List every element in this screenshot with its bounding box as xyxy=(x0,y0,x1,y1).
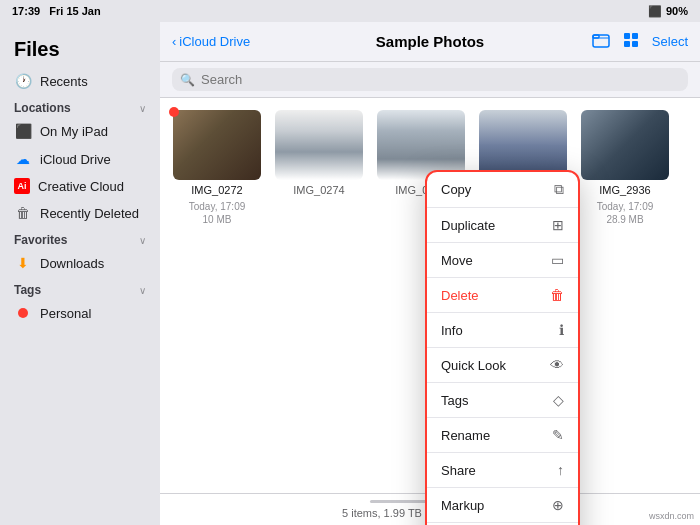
red-dot-272 xyxy=(169,107,179,117)
svg-rect-5 xyxy=(632,41,638,47)
tags-icon: ◇ xyxy=(544,392,564,408)
duplicate-icon: ⊞ xyxy=(544,217,564,233)
back-button[interactable]: ‹ iCloud Drive xyxy=(172,34,250,49)
recents-icon: 🕐 xyxy=(14,72,32,90)
thumbnail-272 xyxy=(173,110,261,180)
menu-item-markup[interactable]: Markup ⊕ xyxy=(427,488,578,523)
svg-rect-0 xyxy=(593,35,609,47)
toolbar-right: Select xyxy=(592,31,688,52)
filename-274: IMG_0274 xyxy=(293,184,344,196)
menu-item-tags[interactable]: Tags ◇ xyxy=(427,383,578,418)
watermark: wsxdn.com xyxy=(649,511,694,521)
svg-rect-1 xyxy=(593,35,599,38)
locations-section-header[interactable]: Locations ∨ xyxy=(0,95,160,117)
svg-rect-2 xyxy=(624,33,630,39)
file-item-2936[interactable]: IMG_2936 Today, 17:0928.9 MB xyxy=(580,110,670,226)
tags-label: Tags xyxy=(14,283,41,297)
new-folder-button[interactable] xyxy=(592,31,610,52)
info-icon: ℹ xyxy=(544,322,564,338)
context-menu: Copy ⧉ Duplicate ⊞ Move ▭ Delete 🗑 Info xyxy=(425,170,580,525)
cc-icon: Ai xyxy=(14,178,30,194)
file-grid: IMG_0272 Today, 17:0910 MB IMG_0274 IMG_… xyxy=(160,98,700,493)
delete-icon: 🗑 xyxy=(544,287,564,303)
sidebar-item-ipad[interactable]: ⬛ On My iPad xyxy=(0,117,160,145)
quicklook-icon: 👁 xyxy=(544,357,564,373)
date-display: Fri 15 Jan xyxy=(49,5,100,17)
delete-label: Delete xyxy=(441,288,544,303)
svg-rect-3 xyxy=(632,33,638,39)
sidebar: Files 🕐 Recents Locations ∨ ⬛ On My iPad… xyxy=(0,22,160,525)
tags-menu-label: Tags xyxy=(441,393,544,408)
markup-label: Markup xyxy=(441,498,544,513)
icloud-label: iCloud Drive xyxy=(40,152,111,167)
tags-section-header[interactable]: Tags ∨ xyxy=(0,277,160,299)
main-content: ‹ iCloud Drive Sample Photos xyxy=(160,22,700,525)
menu-item-share[interactable]: Share ↑ xyxy=(427,453,578,488)
copy-icon: ⧉ xyxy=(544,181,564,198)
move-label: Move xyxy=(441,253,544,268)
sidebar-item-deleted[interactable]: 🗑 Recently Deleted xyxy=(0,199,160,227)
duplicate-label: Duplicate xyxy=(441,218,544,233)
grid-view-button[interactable] xyxy=(622,31,640,52)
file-item-272[interactable]: IMG_0272 Today, 17:0910 MB xyxy=(172,110,262,226)
downloads-label: Downloads xyxy=(40,256,104,271)
quicklook-label: Quick Look xyxy=(441,358,544,373)
folder-title: Sample Photos xyxy=(376,33,484,50)
menu-item-copy[interactable]: Copy ⧉ xyxy=(427,172,578,208)
status-bar: 17:39 Fri 15 Jan ⬛ 90% xyxy=(0,0,700,22)
sidebar-item-downloads[interactable]: ⬇ Downloads xyxy=(0,249,160,277)
locations-chevron-icon: ∨ xyxy=(139,103,146,114)
battery-level: 90% xyxy=(666,5,688,17)
search-input[interactable] xyxy=(201,72,680,87)
deleted-label: Recently Deleted xyxy=(40,206,139,221)
share-label: Share xyxy=(441,463,544,478)
rename-label: Rename xyxy=(441,428,544,443)
sidebar-item-icloud[interactable]: ☁ iCloud Drive xyxy=(0,145,160,173)
personal-label: Personal xyxy=(40,306,91,321)
thumbnail-274 xyxy=(275,110,363,180)
toolbar-left: ‹ iCloud Drive xyxy=(172,34,250,49)
status-time: 17:39 Fri 15 Jan xyxy=(12,5,101,17)
sidebar-item-cc[interactable]: Ai Creative Cloud xyxy=(0,173,160,199)
favorites-chevron-icon: ∨ xyxy=(139,235,146,246)
move-icon: ▭ xyxy=(544,252,564,268)
new-folder-icon xyxy=(592,31,610,49)
favorites-section-header[interactable]: Favorites ∨ xyxy=(0,227,160,249)
favorites-label: Favorites xyxy=(14,233,67,247)
markup-icon: ⊕ xyxy=(544,497,564,513)
sidebar-item-recents[interactable]: 🕐 Recents xyxy=(0,67,160,95)
svg-rect-4 xyxy=(624,41,630,47)
ipad-icon: ⬛ xyxy=(14,122,32,140)
menu-item-move[interactable]: Move ▭ xyxy=(427,243,578,278)
search-icon: 🔍 xyxy=(180,73,195,87)
chevron-left-icon: ‹ xyxy=(172,34,176,49)
menu-item-duplicate[interactable]: Duplicate ⊞ xyxy=(427,208,578,243)
menu-item-info[interactable]: Info ℹ xyxy=(427,313,578,348)
file-item-274[interactable]: IMG_0274 xyxy=(274,110,364,196)
filename-2936: IMG_2936 xyxy=(599,184,650,196)
grid-icon xyxy=(622,31,640,49)
thumbnail-2936 xyxy=(581,110,669,180)
search-bar: 🔍 xyxy=(160,62,700,98)
locations-label: Locations xyxy=(14,101,71,115)
share-icon: ↑ xyxy=(544,462,564,478)
sidebar-item-personal[interactable]: Personal xyxy=(0,299,160,327)
search-wrap: 🔍 xyxy=(172,68,688,91)
downloads-icon: ⬇ xyxy=(14,254,32,272)
filename-272: IMG_0272 xyxy=(191,184,242,196)
select-button[interactable]: Select xyxy=(652,34,688,49)
filemeta-2936: Today, 17:0928.9 MB xyxy=(597,200,654,226)
recents-label: Recents xyxy=(40,74,88,89)
info-label: Info xyxy=(441,323,544,338)
menu-item-quicklook[interactable]: Quick Look 👁 xyxy=(427,348,578,383)
menu-item-delete[interactable]: Delete 🗑 xyxy=(427,278,578,313)
trash-icon: 🗑 xyxy=(14,204,32,222)
cc-label: Creative Cloud xyxy=(38,179,124,194)
back-label: iCloud Drive xyxy=(179,34,250,49)
tags-chevron-icon: ∨ xyxy=(139,285,146,296)
toolbar: ‹ iCloud Drive Sample Photos xyxy=(160,22,700,62)
menu-item-rename[interactable]: Rename ✎ xyxy=(427,418,578,453)
filemeta-272: Today, 17:0910 MB xyxy=(189,200,246,226)
time-display: 17:39 xyxy=(12,5,40,17)
copy-label: Copy xyxy=(441,182,544,197)
